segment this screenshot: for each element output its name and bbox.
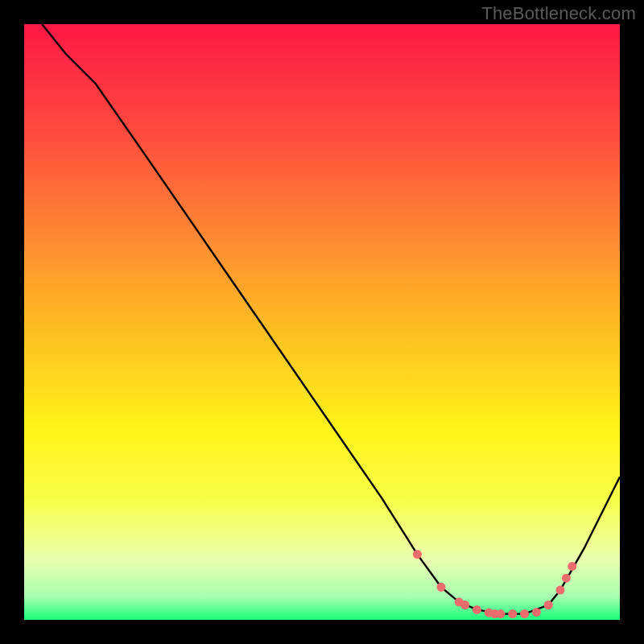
- marker-dot: [568, 562, 576, 571]
- chart-stage: TheBottleneck.com: [0, 0, 644, 644]
- marker-dot: [437, 583, 446, 592]
- marker-dot: [473, 605, 481, 614]
- chart-svg: [0, 0, 644, 644]
- plot-background: [24, 24, 620, 620]
- marker-dot: [562, 574, 571, 583]
- marker-dot: [556, 586, 565, 595]
- marker-dot: [497, 609, 506, 618]
- marker-dot: [508, 609, 517, 618]
- marker-dot: [520, 609, 529, 618]
- marker-dot: [544, 601, 553, 609]
- marker-dot: [413, 550, 422, 559]
- marker-dot: [460, 601, 469, 609]
- marker-dot: [532, 608, 541, 617]
